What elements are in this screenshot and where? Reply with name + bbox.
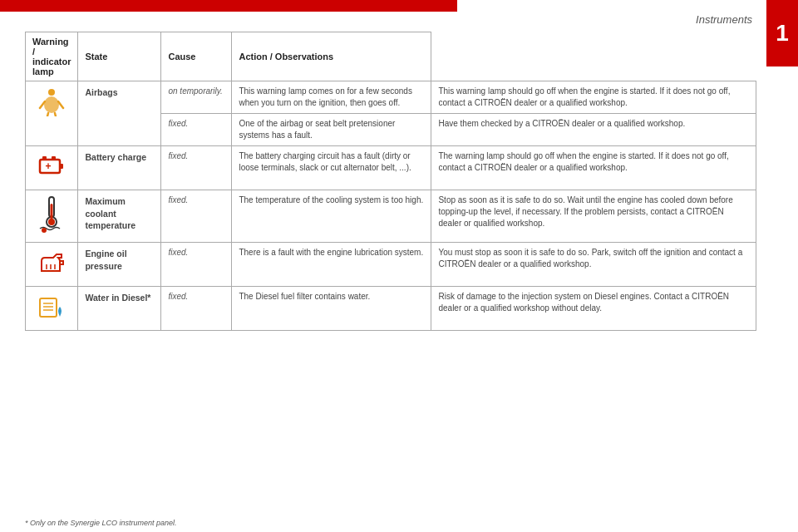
svg-point-14 [48, 219, 55, 225]
svg-rect-13 [51, 204, 53, 220]
col-header-state: State [78, 32, 161, 81]
cause-cell: The temperature of the cooling system is… [232, 190, 431, 243]
state-cell: fixed. [161, 190, 232, 243]
cause-cell: The Diesel fuel filter contains water. [232, 287, 431, 331]
lamp-cell: + [26, 146, 78, 190]
svg-line-5 [55, 113, 57, 116]
page-title: Instruments [696, 13, 752, 26]
state-cell: fixed. [161, 114, 232, 146]
table-row: Maximum coolant temperaturefixed.The tem… [26, 190, 756, 243]
table-header-row: Warning / indicator lamp State Cause Act… [26, 32, 756, 81]
col-header-cause: Cause [161, 32, 232, 81]
lamp-cell [26, 243, 78, 287]
table-row: Engine oil pressurefixed.There is a faul… [26, 243, 756, 287]
top-red-bar [0, 0, 457, 12]
battery-icon: + [29, 151, 74, 181]
lamp-cell [26, 81, 78, 146]
svg-point-1 [44, 96, 59, 113]
lamp-name-cell: Battery charge [78, 146, 161, 190]
action-cell: You must stop as soon it is safe to do s… [431, 243, 756, 287]
svg-rect-7 [60, 164, 63, 169]
cause-cell: One of the airbag or seat belt pretensio… [232, 114, 431, 146]
lamp-name-cell: Water in Diesel* [78, 287, 161, 331]
water-diesel-icon [29, 292, 74, 322]
svg-point-0 [48, 89, 55, 96]
lamp-cell [26, 190, 78, 243]
col-header-action: Action / Observations [232, 32, 431, 81]
lamp-name-cell: Airbags [78, 81, 161, 146]
state-cell: fixed. [161, 287, 232, 331]
state-cell: on temporarily. [161, 81, 232, 114]
lamp-name-cell: Maximum coolant temperature [78, 190, 161, 243]
lamp-name-cell: Engine oil pressure [78, 243, 161, 287]
action-cell: This warning lamp should go off when the… [431, 81, 756, 114]
page-number: 1 [766, 0, 798, 66]
svg-rect-9 [52, 156, 56, 160]
lamp-cell [26, 287, 78, 331]
coolant-temp-icon [29, 195, 74, 234]
action-cell: The warning lamp should go off when the … [431, 146, 756, 190]
cause-cell: There is a fault with the engine lubrica… [232, 243, 431, 287]
svg-rect-19 [40, 298, 57, 317]
table-row: Water in Diesel*fixed.The Diesel fuel fi… [26, 287, 756, 331]
action-cell: Have them checked by a CITROËN dealer or… [431, 114, 756, 146]
action-cell: Stop as soon as it is safe to do so. Wai… [431, 190, 756, 243]
svg-point-15 [42, 228, 47, 233]
airbag-icon [29, 86, 74, 116]
table-row: + Battery chargefixed.The battery chargi… [26, 146, 756, 190]
cause-cell: The battery charging circuit has a fault… [232, 146, 431, 190]
svg-rect-8 [42, 156, 47, 160]
svg-text:+: + [46, 160, 52, 172]
footnote: * Only on the Synergie LCO instrument pa… [25, 519, 177, 527]
table-row: Airbagson temporarily.This warning lamp … [26, 81, 756, 114]
svg-line-4 [47, 113, 48, 116]
action-cell: Risk of damage to the injection system o… [431, 287, 756, 331]
cause-cell: This warning lamp comes on for a few sec… [232, 81, 431, 114]
warning-lamps-table: Warning / indicator lamp State Cause Act… [25, 32, 756, 331]
col-header-lamp: Warning / indicator lamp [26, 32, 78, 81]
state-cell: fixed. [161, 243, 232, 287]
state-cell: fixed. [161, 146, 232, 190]
oil-pressure-icon [29, 248, 74, 278]
main-content: Warning / indicator lamp State Cause Act… [25, 32, 756, 507]
